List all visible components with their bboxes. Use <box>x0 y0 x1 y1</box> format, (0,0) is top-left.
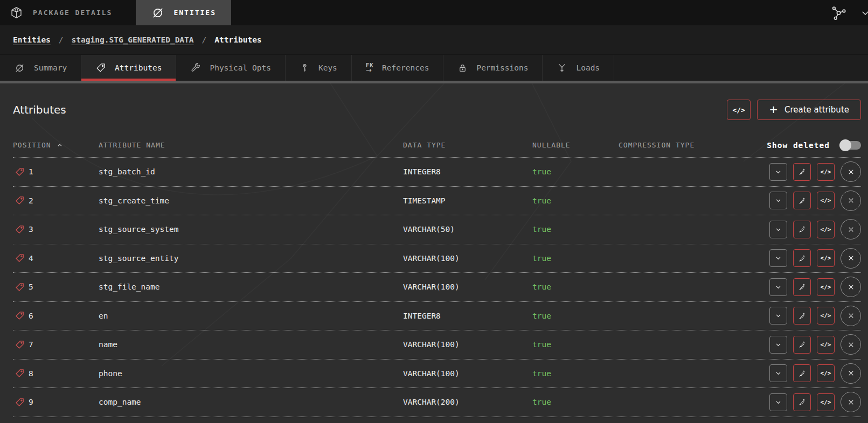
position-value: 3 <box>29 225 33 234</box>
table-row: 2 stg_create_time TIMESTAMP true <box>13 186 861 215</box>
expand-row-button[interactable] <box>769 163 787 181</box>
edit-attribute-button[interactable] <box>793 364 811 382</box>
tag-icon <box>15 224 25 235</box>
chevron-down-icon <box>775 168 782 175</box>
delete-attribute-button[interactable] <box>841 191 861 211</box>
show-deleted-control: Show deleted <box>767 140 861 151</box>
column-header-compression-type[interactable]: COMPRESSION TYPE <box>619 141 744 149</box>
edit-attribute-button[interactable] <box>793 336 811 354</box>
edit-attribute-button[interactable] <box>793 249 811 267</box>
expand-row-button[interactable] <box>769 192 787 209</box>
edit-attribute-button[interactable] <box>793 393 811 411</box>
delete-attribute-button[interactable] <box>841 363 861 384</box>
expand-row-button[interactable] <box>769 278 787 296</box>
tab-label: Physical Opts <box>210 64 271 72</box>
nullable-cell: true <box>532 369 619 378</box>
topbar-tab-entities[interactable]: ENTITIES <box>136 0 231 25</box>
row-actions: </> <box>769 161 861 182</box>
attribute-code-button[interactable]: </> <box>817 336 835 354</box>
breadcrumb-link-entity-name[interactable]: staging.STG_GENERATED_DATA <box>72 36 194 44</box>
row-actions-cell: </> <box>744 392 861 412</box>
delete-attribute-button[interactable] <box>841 161 861 182</box>
close-icon <box>847 341 855 349</box>
delete-attribute-button[interactable] <box>841 277 861 297</box>
delete-attribute-button[interactable] <box>841 306 861 326</box>
expand-row-button[interactable] <box>769 393 787 411</box>
close-icon <box>847 168 855 176</box>
chevron-down-icon[interactable] <box>860 8 868 18</box>
nullable-cell: true <box>532 312 619 320</box>
attribute-code-button[interactable]: </> <box>817 221 835 238</box>
attribute-name-cell: name <box>99 340 403 349</box>
edit-attribute-button[interactable] <box>793 163 811 181</box>
edit-attribute-button[interactable] <box>793 278 811 296</box>
topbar: PACKAGE DETAILS ENTITIES <box>0 0 868 25</box>
topbar-tab-label: ENTITIES <box>173 9 216 17</box>
tag-icon <box>15 340 25 350</box>
attribute-name-cell: stg_create_time <box>99 196 403 205</box>
tab-keys[interactable]: Keys <box>286 55 352 81</box>
expand-row-button[interactable] <box>769 307 787 325</box>
chevron-down-icon <box>775 255 782 262</box>
column-header-data-type[interactable]: DATA TYPE <box>403 141 532 149</box>
attribute-code-button[interactable]: </> <box>817 364 835 382</box>
tab-loads[interactable]: Loads <box>543 55 614 81</box>
row-actions-cell: </> <box>744 248 861 269</box>
column-header-nullable[interactable]: NULLABLE <box>532 141 619 149</box>
create-attribute-button[interactable]: + Create attribute <box>757 100 861 120</box>
show-deleted-toggle[interactable] <box>839 140 861 151</box>
attribute-code-button[interactable]: </> <box>817 192 835 209</box>
position-cell: 1 <box>13 167 99 177</box>
attribute-code-button[interactable]: </> <box>817 307 835 325</box>
data-type-cell: INTEGER8 <box>403 312 532 320</box>
row-actions: </> <box>769 219 861 239</box>
position-value: 4 <box>29 254 33 263</box>
attribute-name-cell: phone <box>99 369 403 378</box>
tab-physical-opts[interactable]: Physical Opts <box>176 55 286 81</box>
data-type-cell: VARCHAR(50) <box>403 225 532 234</box>
column-header-position[interactable]: POSITION <box>13 141 99 149</box>
view-code-button[interactable]: </> <box>727 100 751 120</box>
tab-references[interactable]: FK → References <box>352 55 444 81</box>
attribute-code-button[interactable]: </> <box>817 393 835 411</box>
row-actions: </> <box>769 363 861 384</box>
edit-attribute-button[interactable] <box>793 221 811 238</box>
column-header-attribute-name[interactable]: ATTRIBUTE NAME <box>99 141 403 149</box>
attribute-code-button[interactable]: </> <box>817 278 835 296</box>
row-actions: </> <box>769 191 861 211</box>
graph-nodes-icon[interactable] <box>830 5 846 21</box>
table-header: POSITION ATTRIBUTE NAME DATA TYPE NULLAB… <box>13 133 861 157</box>
delete-attribute-button[interactable] <box>841 219 861 239</box>
edit-attribute-button[interactable] <box>793 307 811 325</box>
edit-attribute-button[interactable] <box>793 192 811 209</box>
code-icon: </> <box>821 341 831 348</box>
code-icon: </> <box>821 284 831 291</box>
attribute-code-button[interactable]: </> <box>817 249 835 267</box>
data-type-cell: VARCHAR(100) <box>403 340 532 349</box>
breadcrumb-link-entities[interactable]: Entities <box>13 36 51 44</box>
entity-icon <box>14 62 25 74</box>
chevron-down-icon <box>775 226 782 233</box>
attribute-name-cell: stg_file_name <box>99 283 403 291</box>
table-row: 5 stg_file_name VARCHAR(100) true <box>13 272 861 301</box>
delete-attribute-button[interactable] <box>841 392 861 412</box>
close-icon <box>847 369 855 377</box>
breadcrumb-separator: / <box>59 36 64 44</box>
delete-attribute-button[interactable] <box>841 334 861 355</box>
expand-row-button[interactable] <box>769 364 787 382</box>
delete-attribute-button[interactable] <box>841 248 861 269</box>
expand-row-button[interactable] <box>769 249 787 267</box>
column-header-actions: Show deleted <box>744 140 861 151</box>
expand-row-button[interactable] <box>769 336 787 354</box>
tab-summary[interactable]: Summary <box>0 55 81 81</box>
tab-label: Attributes <box>115 64 162 72</box>
attribute-name-cell: stg_source_entity <box>99 254 403 263</box>
tab-label: References <box>382 64 429 72</box>
row-actions-cell: </> <box>744 363 861 384</box>
tab-permissions[interactable]: Permissions <box>443 55 543 81</box>
expand-row-button[interactable] <box>769 221 787 238</box>
attribute-code-button[interactable]: </> <box>817 163 835 181</box>
pen-icon <box>798 340 807 349</box>
tab-attributes[interactable]: Attributes <box>81 55 176 81</box>
topbar-tab-package-details[interactable]: PACKAGE DETAILS <box>0 0 122 25</box>
